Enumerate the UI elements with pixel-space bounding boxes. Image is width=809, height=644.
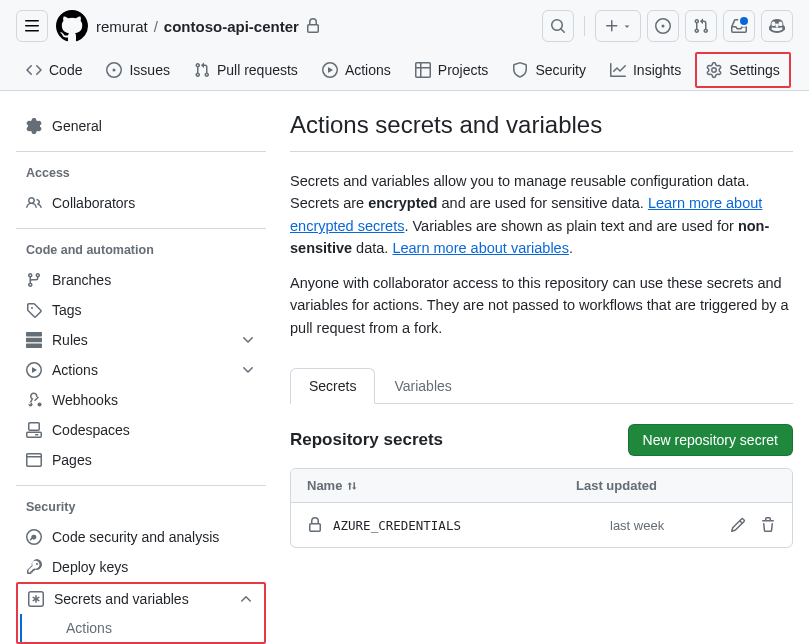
- git-branch-icon: [26, 272, 42, 288]
- key-asterisk-icon: [28, 591, 44, 607]
- breadcrumb-repo[interactable]: contoso-api-center: [164, 18, 299, 35]
- play-icon: [26, 362, 42, 378]
- nav-actions[interactable]: Actions: [312, 52, 401, 90]
- gear-icon: [706, 62, 722, 78]
- highlight-secrets-variables: Secrets and variables Actions: [16, 582, 266, 644]
- shield-icon: [512, 62, 528, 78]
- github-logo[interactable]: [56, 10, 88, 42]
- breadcrumb-sep: /: [154, 18, 158, 35]
- section-head: Repository secrets New repository secret: [290, 424, 793, 456]
- sidebar-collaborators[interactable]: Collaborators: [16, 188, 266, 218]
- lock-icon: [307, 517, 323, 533]
- table-row: AZURE_CREDENTIALS last week: [291, 503, 792, 547]
- topbar: remurat / contoso-api-center: [0, 0, 809, 52]
- nav-insights[interactable]: Insights: [600, 52, 691, 90]
- chevron-up-icon: [238, 591, 254, 607]
- sidebar-rules[interactable]: Rules: [16, 325, 266, 355]
- people-icon: [26, 195, 42, 211]
- section-security: Security: [16, 500, 266, 522]
- issue-opened-icon: [655, 18, 671, 34]
- copilot-icon: [769, 18, 785, 34]
- page-title: Actions secrets and variables: [290, 111, 793, 139]
- codescan-icon: [26, 529, 42, 545]
- git-pull-request-icon: [194, 62, 210, 78]
- chevron-down-icon: [240, 362, 256, 378]
- codespaces-icon: [26, 422, 42, 438]
- create-new-button[interactable]: [595, 10, 641, 42]
- repo-secrets-heading: Repository secrets: [290, 430, 443, 450]
- sort-icon: [346, 480, 358, 492]
- secret-updated-cell: last week: [610, 518, 730, 533]
- key-icon: [26, 559, 42, 575]
- sidebar-secrets-variables[interactable]: Secrets and variables: [18, 584, 264, 614]
- trash-icon[interactable]: [760, 517, 776, 533]
- sidebar-code-security[interactable]: Code security and analysis: [16, 522, 266, 552]
- three-bars-icon: [24, 18, 40, 34]
- plus-icon: [604, 18, 620, 34]
- triangle-down-icon: [622, 21, 632, 31]
- pull-requests-tray-button[interactable]: [685, 10, 717, 42]
- nav-code[interactable]: Code: [16, 52, 92, 90]
- sidebar-codespaces[interactable]: Codespaces: [16, 415, 266, 445]
- topbar-right: [542, 10, 793, 42]
- copilot-button[interactable]: [761, 10, 793, 42]
- sidebar-webhooks[interactable]: Webhooks: [16, 385, 266, 415]
- secret-row-actions: [730, 517, 776, 533]
- search-icon: [550, 18, 566, 34]
- hamburger-menu-button[interactable]: [16, 10, 48, 42]
- secrets-table: Name Last updated AZURE_CREDENTIALS last…: [290, 468, 793, 548]
- issues-tray-button[interactable]: [647, 10, 679, 42]
- breadcrumb-owner[interactable]: remurat: [96, 18, 148, 35]
- tag-icon: [26, 302, 42, 318]
- nav-security[interactable]: Security: [502, 52, 596, 90]
- sidebar-actions[interactable]: Actions: [16, 355, 266, 385]
- lock-icon: [305, 18, 321, 34]
- section-access: Access: [16, 166, 266, 188]
- search-button[interactable]: [542, 10, 574, 42]
- inbox-icon: [731, 18, 747, 34]
- mark-github-icon: [56, 10, 88, 42]
- sidebar-tags[interactable]: Tags: [16, 295, 266, 325]
- webhook-icon: [26, 392, 42, 408]
- nav-issues[interactable]: Issues: [96, 52, 179, 90]
- pencil-icon[interactable]: [730, 517, 746, 533]
- secrets-table-header: Name Last updated: [291, 469, 792, 503]
- tab-secrets[interactable]: Secrets: [290, 368, 375, 404]
- notifications-button[interactable]: [723, 10, 755, 42]
- col-header-updated: Last updated: [576, 478, 776, 493]
- breadcrumb: remurat / contoso-api-center: [96, 18, 321, 35]
- desc-paragraph-2: Anyone with collaborator access to this …: [290, 272, 793, 339]
- main-content: Actions secrets and variables Secrets an…: [290, 111, 793, 644]
- git-pull-request-icon: [693, 18, 709, 34]
- play-icon: [322, 62, 338, 78]
- code-icon: [26, 62, 42, 78]
- nav-pulls[interactable]: Pull requests: [184, 52, 308, 90]
- issue-opened-icon: [106, 62, 122, 78]
- section-code-automation: Code and automation: [16, 243, 266, 265]
- graph-icon: [610, 62, 626, 78]
- desc-paragraph-1: Secrets and variables allow you to manag…: [290, 170, 793, 260]
- settings-sidebar: General Access Collaborators Code and au…: [16, 111, 266, 644]
- ruler-icon: [26, 332, 42, 348]
- sidebar-branches[interactable]: Branches: [16, 265, 266, 295]
- tabs: Secrets Variables: [290, 367, 793, 404]
- browser-icon: [26, 452, 42, 468]
- link-learn-variables[interactable]: Learn more about variables: [392, 240, 569, 256]
- sidebar-deploy-keys[interactable]: Deploy keys: [16, 552, 266, 582]
- nav-settings[interactable]: Settings: [695, 52, 791, 88]
- tab-variables[interactable]: Variables: [375, 368, 470, 404]
- table-icon: [415, 62, 431, 78]
- sidebar-secrets-sub-actions[interactable]: Actions: [20, 614, 264, 642]
- col-header-name[interactable]: Name: [307, 478, 576, 493]
- gear-icon: [26, 118, 42, 134]
- repo-nav: Code Issues Pull requests Actions Projec…: [0, 52, 809, 91]
- sidebar-pages[interactable]: Pages: [16, 445, 266, 475]
- sidebar-general[interactable]: General: [16, 111, 266, 141]
- nav-projects[interactable]: Projects: [405, 52, 499, 90]
- secret-name-cell: AZURE_CREDENTIALS: [307, 517, 610, 533]
- chevron-down-icon: [240, 332, 256, 348]
- new-repository-secret-button[interactable]: New repository secret: [628, 424, 793, 456]
